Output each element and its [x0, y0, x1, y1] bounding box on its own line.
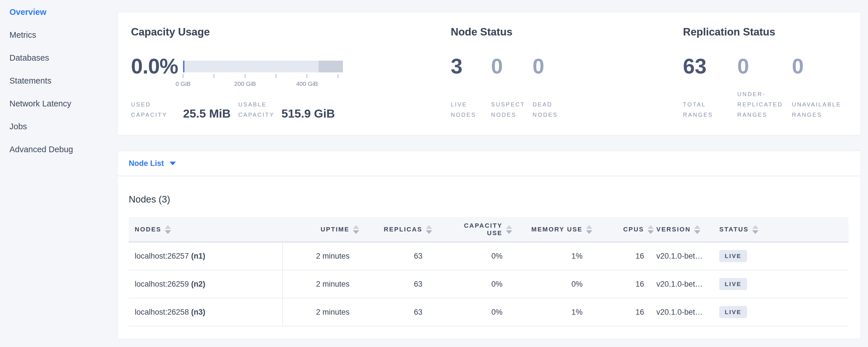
- status-cell: LIVE: [715, 270, 848, 298]
- node-address-cell[interactable]: localhost:26258(n3): [129, 298, 283, 326]
- view-selector-row: Node List: [118, 151, 861, 176]
- capacity-stats-row: USED CAPACITY 25.5 MiB USABLE CAPACITY 5…: [131, 99, 451, 120]
- usable-capacity-value: 515.9 GiB: [281, 107, 335, 120]
- column-header-replicas[interactable]: REPLICAS: [359, 217, 432, 242]
- live-nodes-label: LIVE NODES: [451, 88, 491, 120]
- sort-carets-icon: [506, 225, 512, 234]
- sidebar: Overview Metrics Databases Statements Ne…: [0, 0, 117, 347]
- capacity-gauge-reserved-segment: [319, 61, 343, 72]
- replicas-cell: 63: [359, 298, 432, 326]
- usable-capacity-label-line1: USABLE: [238, 99, 281, 109]
- sidebar-item-overview[interactable]: Overview: [9, 8, 117, 16]
- suspect-nodes-count: 0: [491, 56, 532, 77]
- version-cell: v20.1.0-bet…: [654, 242, 715, 270]
- total-ranges-label: TOTAL RANGES: [683, 88, 737, 120]
- gauge-tick-label: 0 GiB: [176, 81, 191, 87]
- sidebar-item-advanced-debug[interactable]: Advanced Debug: [9, 145, 117, 154]
- gauge-tick: [214, 74, 214, 78]
- node-status-stats: 3 LIVE NODES 0 SUSPECT NODES: [451, 56, 683, 120]
- column-header-uptime[interactable]: UPTIME: [283, 217, 359, 242]
- sort-carets-icon: [648, 225, 654, 234]
- suspect-nodes-label: SUSPECT NODES: [491, 88, 532, 120]
- cpus-cell: 16: [592, 242, 654, 270]
- capacity-usage-title: Capacity Usage: [131, 27, 451, 37]
- uptime-cell: 2 minutes: [283, 298, 359, 326]
- column-header-memory-use[interactable]: MEMORY USE: [512, 217, 592, 242]
- capacity-usage-section: Capacity Usage 0.0% 0 GiB200 GiB400 GiB …: [131, 27, 451, 135]
- memory-use-cell: 0%: [512, 270, 592, 298]
- gauge-tick: [183, 74, 183, 78]
- sort-carets-icon: [426, 225, 432, 234]
- caret-down-icon: [169, 162, 176, 165]
- node-list-card: Node List Nodes (3) NODES: [117, 151, 861, 339]
- capacity-use-cell: 0%: [432, 242, 512, 270]
- sort-carets-icon: [165, 225, 171, 234]
- under-replicated-ranges-label: UNDER- REPLICATED RANGES: [737, 88, 792, 120]
- replicas-cell: 63: [359, 242, 432, 270]
- column-header-capacity-use[interactable]: CAPACITYUSE: [432, 217, 512, 242]
- main-content: Capacity Usage 0.0% 0 GiB200 GiB400 GiB …: [117, 0, 868, 347]
- node-address-cell[interactable]: localhost:26259(n2): [129, 270, 283, 298]
- table-header-row: NODES UPTIME REPLICAS: [129, 217, 848, 242]
- total-ranges-count: 63: [683, 56, 737, 77]
- version-cell: v20.1.0-bet…: [654, 298, 715, 326]
- node-list-dropdown[interactable]: Node List: [129, 159, 176, 168]
- usable-capacity-label: USABLE CAPACITY: [238, 99, 281, 120]
- sidebar-item-metrics[interactable]: Metrics: [9, 31, 117, 39]
- node-list-dropdown-label: Node List: [129, 159, 164, 168]
- capacity-gauge-ticks: [183, 74, 343, 78]
- gauge-tick: [338, 74, 338, 78]
- dead-nodes-label: DEAD NODES: [532, 88, 558, 120]
- cpus-cell: 16: [592, 270, 654, 298]
- live-nodes-stat: 3 LIVE NODES: [451, 56, 491, 120]
- capacity-gauge-tick-labels: 0 GiB200 GiB400 GiB: [183, 81, 343, 87]
- node-status-section: Node Status 3 LIVE NODES 0 SUSPECT NODE: [451, 27, 683, 135]
- gauge-tick-label: 400 GiB: [296, 81, 318, 87]
- under-replicated-ranges-count: 0: [737, 56, 792, 77]
- uptime-cell: 2 minutes: [283, 270, 359, 298]
- nodes-table: NODES UPTIME REPLICAS: [129, 217, 848, 326]
- under-replicated-ranges-stat: 0 UNDER- REPLICATED RANGES: [737, 56, 792, 120]
- used-capacity-label-line1: USED: [131, 99, 183, 109]
- capacity-use-cell: 0%: [432, 298, 512, 326]
- capacity-use-cell: 0%: [432, 270, 512, 298]
- sidebar-item-network-latency[interactable]: Network Latency: [9, 99, 117, 108]
- memory-use-cell: 1%: [512, 298, 592, 326]
- gauge-tick: [276, 74, 276, 78]
- table-row[interactable]: localhost:26258(n3) 2 minutes 63 0% 1% 1…: [129, 298, 848, 326]
- capacity-gauge-used-segment: [183, 61, 184, 72]
- used-capacity-value: 25.5 MiB: [183, 107, 238, 120]
- sort-carets-icon: [694, 225, 701, 234]
- sidebar-item-jobs[interactable]: Jobs: [9, 122, 117, 131]
- uptime-cell: 2 minutes: [283, 242, 359, 270]
- cpus-cell: 16: [592, 298, 654, 326]
- column-header-status[interactable]: STATUS: [715, 217, 848, 242]
- status-badge: LIVE: [719, 306, 747, 318]
- capacity-gauge-row: 0.0% 0 GiB200 GiB400 GiB: [131, 56, 451, 77]
- column-header-version[interactable]: VERSION: [654, 217, 715, 242]
- table-row[interactable]: localhost:26257(n1) 2 minutes 63 0% 1% 1…: [129, 242, 848, 270]
- column-header-nodes[interactable]: NODES: [129, 217, 283, 242]
- page: Overview Metrics Databases Statements Ne…: [0, 0, 868, 347]
- gauge-tick: [245, 74, 245, 78]
- sidebar-item-databases[interactable]: Databases: [9, 54, 117, 62]
- sort-carets-icon: [752, 225, 758, 234]
- node-status-title: Node Status: [451, 27, 683, 37]
- capacity-used-percent: 0.0%: [131, 56, 183, 77]
- used-capacity-label: USED CAPACITY: [131, 99, 183, 120]
- live-nodes-count: 3: [451, 56, 491, 77]
- dead-nodes-count: 0: [532, 56, 558, 77]
- table-row[interactable]: localhost:26259(n2) 2 minutes 63 0% 0% 1…: [129, 270, 848, 298]
- usable-capacity-label-line2: CAPACITY: [238, 109, 281, 120]
- replication-stats: 63 TOTAL RANGES 0 UNDER- REPLICATED RANG…: [683, 56, 861, 120]
- replication-status-title: Replication Status: [683, 27, 861, 37]
- sidebar-item-statements[interactable]: Statements: [9, 76, 117, 85]
- gauge-tick-label: 200 GiB: [234, 81, 256, 87]
- status-badge: LIVE: [719, 250, 747, 262]
- sort-carets-icon: [586, 225, 592, 234]
- gauge-tick: [307, 74, 307, 78]
- node-address-cell[interactable]: localhost:26257(n1): [129, 242, 283, 270]
- status-cell: LIVE: [715, 242, 848, 270]
- version-cell: v20.1.0-bet…: [654, 270, 715, 298]
- column-header-cpus[interactable]: CPUS: [592, 217, 654, 242]
